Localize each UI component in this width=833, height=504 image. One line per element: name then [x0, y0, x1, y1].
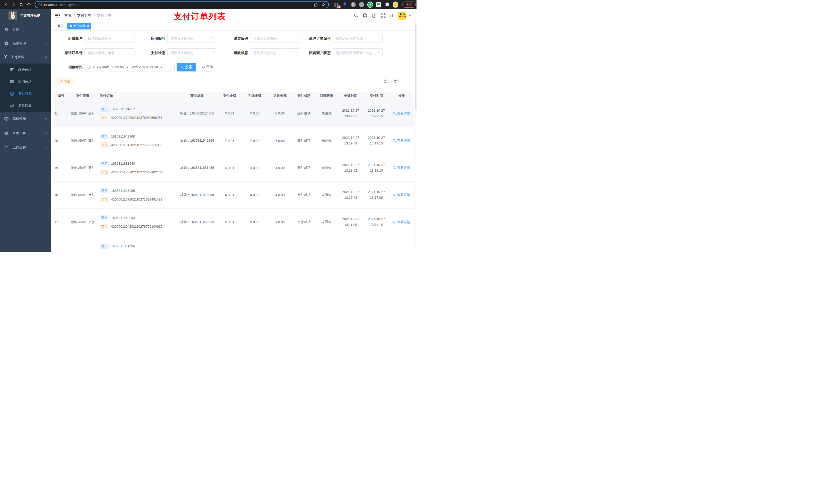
breadcrumb-home[interactable]: 首页: [64, 13, 71, 18]
table-row[interactable]: 20 微信 JSAPI 支付 商户 1635311949168 支付 42000…: [54, 127, 414, 154]
yen-icon: ¥: [4, 54, 7, 60]
pay-tag: 支付: [100, 170, 109, 175]
view-detail-link[interactable]: 查看详情: [393, 220, 410, 224]
table-row[interactable]: 21 微信 JSAPI 支付 商户 1635312124657 支付 42000…: [54, 100, 414, 127]
merchant-input[interactable]: [85, 34, 135, 43]
dot-extension-icon[interactable]: [359, 2, 364, 7]
reload-icon[interactable]: [18, 1, 25, 8]
site-info-icon[interactable]: [39, 3, 42, 6]
scrollbar-thumb[interactable]: [415, 23, 416, 111]
table-grid-icon: [10, 80, 14, 83]
sidebar-item-workflow[interactable]: 工作流程: [0, 140, 51, 155]
active-dot-icon: [70, 25, 72, 27]
table-row-partial[interactable]: 商户 1635311351796: [54, 236, 414, 252]
profile-emoji-icon[interactable]: [393, 2, 398, 7]
pay-amount: ¥ 0.01: [217, 209, 242, 236]
reset-button[interactable]: 重置: [198, 63, 217, 71]
table-row[interactable]: 17 微信 JSAPI 支付 商户 1635311468233 支付 42000…: [54, 209, 414, 236]
toggle-search-button[interactable]: [382, 78, 389, 85]
merchant-order-no: 1635311468233: [111, 216, 135, 220]
merchant-order-no: 1635312124657: [111, 107, 135, 111]
create-time-range-picker[interactable]: 2021-10-01 00:00:00 - 2021-10-31 23:59:5…: [85, 63, 175, 71]
view-detail-link[interactable]: 查看详情: [393, 165, 410, 170]
notify-status-select[interactable]: [333, 48, 383, 57]
forward-icon[interactable]: [10, 1, 17, 8]
extension-grid-icon[interactable]: 10: [334, 2, 339, 7]
sidebar-item-infrastructure[interactable]: 基础设施: [0, 112, 51, 126]
sidebar-item-dev-tools[interactable]: 研发工具: [0, 126, 51, 140]
table-row[interactable]: 18 微信 JSAPI 支付 商户 1635311823086 支付 42000…: [54, 181, 414, 209]
caret-down-icon: ▼: [408, 14, 411, 18]
sidebar-item-refund-order[interactable]: 退款订单: [0, 100, 51, 112]
create-time-label: 创建时间: [56, 63, 85, 71]
create-time: 2021-10-27 13:22:05: [338, 100, 363, 127]
sidebar-toggle-icon[interactable]: [55, 13, 60, 18]
vertical-scrollbar[interactable]: [415, 9, 416, 252]
command-extension-icon[interactable]: ⌘: [351, 2, 356, 7]
filter-row-1: 所属商户 应用编号 渠道编码 商户订单编号: [56, 34, 414, 43]
app-logo[interactable]: 芋道管理系统: [0, 9, 51, 22]
y-extension-icon[interactable]: y: [367, 2, 373, 7]
pay-status: 支付成功: [292, 181, 315, 209]
channel-order-no-input[interactable]: [85, 48, 135, 57]
close-icon[interactable]: ×: [87, 25, 89, 28]
breadcrumb-pay-order: 支付订单: [97, 13, 112, 18]
back-icon[interactable]: [3, 1, 9, 8]
user-avatar-menu[interactable]: ▼: [398, 11, 411, 20]
search-icon: [393, 166, 396, 169]
search-icon: [181, 66, 184, 69]
fee-amount: ¥ 0.00: [242, 209, 267, 236]
channel-code-select[interactable]: [250, 34, 300, 43]
help-icon[interactable]: ?: [372, 13, 377, 18]
app-id-select[interactable]: [167, 34, 217, 43]
view-detail-link[interactable]: 查看详情: [393, 193, 410, 197]
goods-title: 标题：1635311949168: [177, 127, 217, 154]
search-icon[interactable]: [354, 13, 358, 18]
browser-update-button[interactable]: 更新: [402, 2, 416, 8]
search-icon: [393, 112, 396, 115]
puzzle-extensions-icon[interactable]: [384, 2, 390, 7]
view-detail-link[interactable]: 查看详情: [393, 111, 410, 116]
github-icon[interactable]: [363, 13, 367, 18]
filter-pay-status: 支付状态: [139, 48, 221, 57]
notify-status: 未通知: [315, 181, 338, 209]
sidebar-item-app-info[interactable]: 应用信息: [0, 75, 51, 88]
notify-status: 未通知: [315, 154, 338, 181]
tab-pay-order[interactable]: 支付订单 ×: [67, 23, 91, 29]
documents-icon: [10, 104, 14, 107]
date-end: 2021-10-31 23:59:59: [132, 65, 162, 69]
home-icon[interactable]: [26, 1, 32, 8]
pay-tag: 支付: [100, 142, 109, 147]
filter-row-2: 渠道订单号 支付状态 退款状态 回调商户状态: [56, 48, 414, 57]
tab-home[interactable]: 首页: [55, 23, 66, 29]
kite-extension-icon[interactable]: [342, 2, 348, 7]
refresh-table-button[interactable]: [391, 78, 399, 85]
font-size-icon[interactable]: TT: [390, 13, 394, 18]
date-separator: -: [127, 65, 128, 69]
export-button[interactable]: 导出: [56, 78, 74, 85]
briefcase-icon: [4, 146, 8, 149]
search-button[interactable]: 搜索: [177, 63, 196, 71]
sidebar-item-pay-order[interactable]: ¥ 支付订单: [0, 88, 51, 100]
merchant-order-no-input[interactable]: [333, 34, 383, 43]
share-icon[interactable]: [314, 3, 318, 7]
pay-time: 2021-10-27 13:17:08: [363, 181, 389, 209]
view-detail-link[interactable]: 查看详情: [393, 138, 410, 143]
address-bar[interactable]: localhost:1024/pay/order: [35, 1, 329, 8]
pay-status-select[interactable]: [167, 48, 217, 57]
merchant-order-no: 1635311949168: [111, 135, 135, 138]
dashboard-icon: [4, 27, 8, 31]
fullscreen-icon[interactable]: [381, 13, 385, 18]
sidebar-item-system[interactable]: 系统管理: [0, 37, 51, 51]
filter-app-id: 应用编号: [139, 34, 221, 43]
pay-status: 支付成功: [292, 100, 315, 127]
breadcrumb-payment[interactable]: 支付管理: [77, 13, 91, 18]
chat-extension-icon[interactable]: [376, 2, 381, 7]
sidebar-item-payment[interactable]: ¥ 支付管理: [0, 51, 51, 64]
bookmark-star-icon[interactable]: [321, 3, 325, 7]
sidebar-item-merchant-info[interactable]: 商户信息: [0, 64, 51, 75]
sidebar-item-home[interactable]: 首页: [0, 22, 51, 37]
channel-pay-no: 4200001181202110277723215336: [111, 143, 163, 147]
refund-status-select[interactable]: [250, 48, 300, 57]
table-row[interactable]: 19 微信 JSAPI 支付 商户 1635311881440 支付 42000…: [54, 154, 414, 181]
